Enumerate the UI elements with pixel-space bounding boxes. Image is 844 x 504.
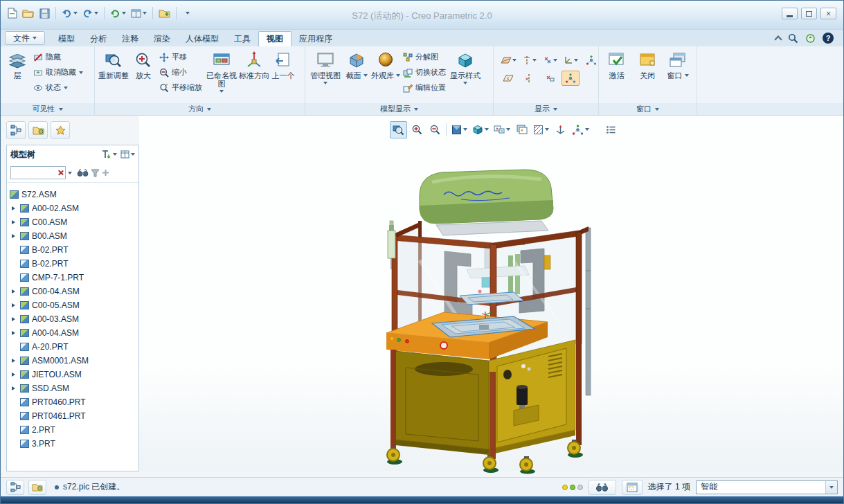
tree-item-JIETOU.ASM[interactable]: JIETOU.ASM xyxy=(7,368,138,381)
pan-button[interactable]: 平移 xyxy=(157,51,204,64)
tree-item-B-02.PRT[interactable]: B-02.PRT xyxy=(7,257,138,271)
standard-orientation-button[interactable]: 标准方向 xyxy=(239,48,269,80)
tree-item-B-02.PRT[interactable]: B-02.PRT xyxy=(7,243,138,257)
sections-dropdown-arrow[interactable] xyxy=(363,74,368,77)
tab-视图[interactable]: 视图 xyxy=(258,31,291,47)
expand-arrow-icon[interactable] xyxy=(10,372,17,377)
tab-人体模型[interactable]: 人体模型 xyxy=(178,32,226,46)
hide-button[interactable]: 隐藏 xyxy=(31,51,85,64)
gt-zoom-out-button[interactable] xyxy=(426,121,443,138)
group-label-visibility[interactable]: 可见性 xyxy=(1,103,95,115)
csys-display-toggle[interactable] xyxy=(562,53,580,68)
switch-state-button[interactable]: 切换状态 xyxy=(401,66,448,79)
tree-item-C00-04.ASM[interactable]: C00-04.ASM xyxy=(7,285,138,298)
status-browser-toggle-button[interactable] xyxy=(28,480,46,495)
exploded-view-button[interactable]: 分解图 xyxy=(401,51,448,64)
minimize-button[interactable] xyxy=(782,8,798,19)
tree-item-S72.ASM[interactable]: S72.ASM xyxy=(7,188,138,201)
display-style-dropdown-arrow[interactable] xyxy=(463,82,467,84)
datum-point-display-toggle[interactable] xyxy=(541,53,559,68)
unhide-dropdown-arrow[interactable] xyxy=(79,71,83,74)
tree-item-A00-03.ASM[interactable]: A00-03.ASM xyxy=(7,312,138,326)
tree-item-CMP-7-1.PRT[interactable]: CMP-7-1.PRT xyxy=(7,271,138,285)
appearances-button[interactable]: 外观库 xyxy=(370,48,401,80)
status-tree-toggle-button[interactable] xyxy=(6,480,24,495)
tab-应用程序[interactable]: 应用程序 xyxy=(291,32,340,46)
appearances-dropdown-arrow[interactable] xyxy=(396,74,400,77)
zoom-in-button[interactable]: 放大 xyxy=(129,48,157,80)
refit-button[interactable]: 重新调整 xyxy=(98,48,129,80)
gt-refit-button[interactable] xyxy=(390,121,407,138)
redo-button[interactable] xyxy=(81,5,100,21)
datum-plane-display-toggle[interactable] xyxy=(499,53,517,68)
gt-shaded-cube-button[interactable] xyxy=(470,121,491,138)
collapse-ribbon-icon[interactable] xyxy=(774,35,782,43)
expand-arrow-icon[interactable] xyxy=(10,289,17,294)
unhide-button[interactable]: 取消隐藏 xyxy=(31,66,85,79)
expand-arrow-icon[interactable] xyxy=(10,303,17,307)
expand-arrow-icon[interactable] xyxy=(10,206,17,210)
tree-item-PRT0460.PRT[interactable]: PRT0460.PRT xyxy=(7,395,138,409)
tab-注释[interactable]: 注释 xyxy=(114,32,146,46)
clear-search-icon[interactable] xyxy=(57,170,64,176)
plane-tag-display-toggle[interactable] xyxy=(499,71,517,86)
undo-button[interactable] xyxy=(60,5,79,21)
windows-button[interactable]: 窗口 xyxy=(663,48,693,80)
status-button[interactable]: 状态 xyxy=(31,81,85,94)
tab-工具[interactable]: 工具 xyxy=(226,32,258,46)
group-label-orientation[interactable]: 方向 xyxy=(95,103,305,115)
group-label-model-display[interactable]: 模型显示 xyxy=(305,103,494,115)
maximize-button[interactable] xyxy=(801,8,817,19)
expand-arrow-icon[interactable] xyxy=(10,359,17,363)
named-views-button[interactable]: 已命名视图 xyxy=(204,48,239,93)
expand-arrow-icon[interactable] xyxy=(10,317,17,321)
tree-item-PRT0461.PRT[interactable]: PRT0461.PRT xyxy=(7,409,138,423)
tree-item-2.PRT[interactable]: 2.PRT xyxy=(7,423,138,437)
tree-item-ASM0001.ASM[interactable]: ASM0001.ASM xyxy=(7,354,138,368)
tree-item-C00-05.ASM[interactable]: C00-05.ASM xyxy=(7,298,138,312)
tree-item-A00-02.ASM[interactable]: A00-02.ASM xyxy=(7,201,138,215)
close-window-button[interactable]: 关闭 xyxy=(632,48,663,80)
status-dropdown-arrow[interactable] xyxy=(64,87,68,89)
named-views-dropdown-arrow[interactable] xyxy=(219,90,224,93)
tree-item-A-20.PRT[interactable]: A-20.PRT xyxy=(7,340,138,354)
tab-渲染[interactable]: 渲染 xyxy=(146,32,178,46)
expand-arrow-icon[interactable] xyxy=(10,220,17,224)
zoom-out-button[interactable]: 缩小 xyxy=(157,66,204,79)
tree-item-A00-04.ASM[interactable]: A00-04.ASM xyxy=(7,326,138,340)
gt-spin-center-button[interactable] xyxy=(570,121,591,138)
spin-center-toggle-active[interactable] xyxy=(562,71,580,86)
pan-zoom-button[interactable]: 平移缩放 xyxy=(157,81,204,94)
regenerate-dropdown-arrow[interactable] xyxy=(122,12,126,15)
help-icon[interactable]: ? xyxy=(823,33,834,44)
find-binoculars-icon[interactable] xyxy=(77,168,89,177)
gt-display-style-button[interactable] xyxy=(449,121,469,138)
filter-funnel-icon[interactable] xyxy=(91,169,100,177)
tab-模型[interactable]: 模型 xyxy=(51,32,82,46)
expand-arrow-icon[interactable] xyxy=(10,386,17,390)
datum-axis-display-toggle[interactable] xyxy=(520,53,538,68)
tree-item-B00.ASM[interactable]: B00.ASM xyxy=(7,229,138,243)
expand-arrow-icon[interactable] xyxy=(10,234,17,238)
axis-tag-display-toggle[interactable] xyxy=(520,71,538,86)
gt-saved-view-images-button[interactable] xyxy=(513,121,530,138)
previous-view-button[interactable]: 上一个 xyxy=(269,48,297,80)
manage-views-button[interactable]: 管理视图 xyxy=(308,48,343,85)
tab-分析[interactable]: 分析 xyxy=(82,32,114,46)
sections-button[interactable]: 截面 xyxy=(343,48,370,80)
tree-filters-button[interactable] xyxy=(102,150,117,159)
undo-dropdown-arrow[interactable] xyxy=(73,12,78,15)
close-button[interactable]: × xyxy=(820,8,836,19)
gt-command-list-button[interactable] xyxy=(602,121,620,138)
point-tag-display-toggle[interactable] xyxy=(541,71,559,86)
spin-center-display-toggle[interactable] xyxy=(582,53,600,68)
find-tool-button[interactable] xyxy=(589,480,616,495)
select-window-button[interactable] xyxy=(622,480,643,495)
gt-3d-dragger-button[interactable] xyxy=(552,121,569,138)
windows-dropdown-arrow[interactable] xyxy=(685,74,689,77)
gt-section-hatch-button[interactable] xyxy=(531,121,551,138)
graphics-area[interactable] xyxy=(139,116,843,471)
favorites-button[interactable] xyxy=(51,121,70,139)
tree-item-C00.ASM[interactable]: C00.ASM xyxy=(7,215,138,229)
edit-position-button[interactable]: 编辑位置 xyxy=(401,81,448,94)
